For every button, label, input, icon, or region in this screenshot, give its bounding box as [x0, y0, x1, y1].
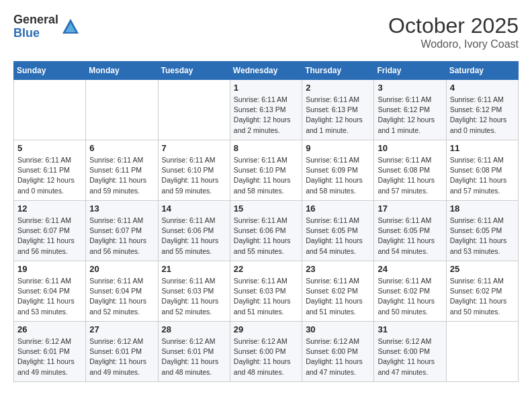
day-number: 29	[234, 324, 298, 334]
day-number: 31	[378, 324, 442, 334]
day-number: 9	[306, 143, 370, 153]
calendar-cell: 28Sunrise: 6:12 AM Sunset: 6:01 PM Dayli…	[158, 322, 230, 382]
day-info: Sunrise: 6:11 AM Sunset: 6:05 PM Dayligh…	[378, 216, 442, 257]
day-number: 3	[378, 83, 442, 93]
day-info: Sunrise: 6:12 AM Sunset: 6:00 PM Dayligh…	[306, 336, 370, 377]
day-info: Sunrise: 6:11 AM Sunset: 6:02 PM Dayligh…	[450, 276, 515, 317]
day-info: Sunrise: 6:11 AM Sunset: 6:13 PM Dayligh…	[234, 95, 298, 136]
calendar-cell: 12Sunrise: 6:11 AM Sunset: 6:07 PM Dayli…	[14, 201, 86, 261]
day-number: 28	[162, 324, 226, 334]
day-info: Sunrise: 6:11 AM Sunset: 6:08 PM Dayligh…	[378, 155, 442, 196]
day-number: 16	[306, 203, 370, 214]
calendar-cell: 23Sunrise: 6:11 AM Sunset: 6:02 PM Dayli…	[302, 261, 374, 322]
calendar-cell: 11Sunrise: 6:11 AM Sunset: 6:08 PM Dayli…	[446, 140, 518, 201]
calendar-subtitle: Wodoro, Ivory Coast	[388, 38, 519, 50]
calendar-cell	[14, 80, 86, 140]
day-info: Sunrise: 6:11 AM Sunset: 6:07 PM Dayligh…	[17, 216, 82, 257]
calendar-cell: 15Sunrise: 6:11 AM Sunset: 6:06 PM Dayli…	[230, 201, 302, 261]
logo-blue: Blue	[13, 27, 58, 40]
calendar-table: Sunday Monday Tuesday Wednesday Thursday…	[13, 61, 519, 382]
day-number: 19	[17, 264, 82, 274]
header-saturday: Saturday	[446, 62, 518, 80]
calendar-cell: 22Sunrise: 6:11 AM Sunset: 6:03 PM Dayli…	[230, 261, 302, 322]
day-info: Sunrise: 6:11 AM Sunset: 6:04 PM Dayligh…	[89, 276, 154, 317]
logo: General Blue	[13, 13, 80, 40]
calendar-cell: 29Sunrise: 6:12 AM Sunset: 6:00 PM Dayli…	[230, 322, 302, 382]
day-number: 1	[234, 83, 298, 93]
day-info: Sunrise: 6:11 AM Sunset: 6:10 PM Dayligh…	[162, 155, 226, 196]
calendar-cell: 2Sunrise: 6:11 AM Sunset: 6:13 PM Daylig…	[302, 80, 374, 140]
calendar-header: Sunday Monday Tuesday Wednesday Thursday…	[14, 62, 519, 80]
calendar-cell: 19Sunrise: 6:11 AM Sunset: 6:04 PM Dayli…	[14, 261, 86, 322]
calendar-cell: 6Sunrise: 6:11 AM Sunset: 6:11 PM Daylig…	[86, 140, 158, 201]
calendar-cell	[158, 80, 230, 140]
day-number: 4	[450, 83, 515, 93]
calendar-cell: 4Sunrise: 6:11 AM Sunset: 6:12 PM Daylig…	[446, 80, 518, 140]
calendar-cell	[86, 80, 158, 140]
calendar-cell: 14Sunrise: 6:11 AM Sunset: 6:06 PM Dayli…	[158, 201, 230, 261]
day-number: 13	[89, 203, 154, 214]
day-number: 8	[234, 143, 298, 153]
calendar-cell: 27Sunrise: 6:12 AM Sunset: 6:01 PM Dayli…	[86, 322, 158, 382]
logo-general: General	[13, 13, 58, 27]
calendar-cell	[446, 322, 518, 382]
week-row-0: 1Sunrise: 6:11 AM Sunset: 6:13 PM Daylig…	[14, 80, 519, 140]
day-number: 6	[89, 143, 154, 153]
calendar-cell: 16Sunrise: 6:11 AM Sunset: 6:05 PM Dayli…	[302, 201, 374, 261]
day-info: Sunrise: 6:11 AM Sunset: 6:09 PM Dayligh…	[306, 155, 370, 196]
calendar-cell: 1Sunrise: 6:11 AM Sunset: 6:13 PM Daylig…	[230, 80, 302, 140]
calendar-body: 1Sunrise: 6:11 AM Sunset: 6:13 PM Daylig…	[14, 80, 519, 382]
calendar-cell: 17Sunrise: 6:11 AM Sunset: 6:05 PM Dayli…	[374, 201, 446, 261]
page-header: General Blue October 2025 Wodoro, Ivory …	[13, 13, 519, 50]
calendar-cell: 26Sunrise: 6:12 AM Sunset: 6:01 PM Dayli…	[14, 322, 86, 382]
day-info: Sunrise: 6:11 AM Sunset: 6:07 PM Dayligh…	[89, 216, 154, 257]
week-row-3: 19Sunrise: 6:11 AM Sunset: 6:04 PM Dayli…	[14, 261, 519, 322]
day-number: 17	[378, 203, 442, 214]
day-info: Sunrise: 6:12 AM Sunset: 6:01 PM Dayligh…	[17, 336, 82, 377]
day-info: Sunrise: 6:11 AM Sunset: 6:11 PM Dayligh…	[17, 155, 82, 196]
calendar-cell: 18Sunrise: 6:11 AM Sunset: 6:05 PM Dayli…	[446, 201, 518, 261]
day-info: Sunrise: 6:11 AM Sunset: 6:06 PM Dayligh…	[234, 216, 298, 257]
header-sunday: Sunday	[14, 62, 86, 80]
day-number: 27	[89, 324, 154, 334]
header-friday: Friday	[374, 62, 446, 80]
day-number: 10	[378, 143, 442, 153]
day-number: 23	[306, 264, 370, 274]
day-number: 25	[450, 264, 515, 274]
calendar-cell: 20Sunrise: 6:11 AM Sunset: 6:04 PM Dayli…	[86, 261, 158, 322]
day-info: Sunrise: 6:12 AM Sunset: 6:00 PM Dayligh…	[378, 336, 442, 377]
day-info: Sunrise: 6:11 AM Sunset: 6:12 PM Dayligh…	[450, 95, 515, 136]
day-info: Sunrise: 6:11 AM Sunset: 6:05 PM Dayligh…	[306, 216, 370, 257]
day-info: Sunrise: 6:11 AM Sunset: 6:05 PM Dayligh…	[450, 216, 515, 257]
calendar-title: October 2025	[388, 13, 519, 38]
day-info: Sunrise: 6:11 AM Sunset: 6:04 PM Dayligh…	[17, 276, 82, 317]
day-number: 18	[450, 203, 515, 214]
day-number: 26	[17, 324, 82, 334]
day-number: 20	[89, 264, 154, 274]
day-info: Sunrise: 6:12 AM Sunset: 6:00 PM Dayligh…	[234, 336, 298, 377]
header-monday: Monday	[86, 62, 158, 80]
week-row-1: 5Sunrise: 6:11 AM Sunset: 6:11 PM Daylig…	[14, 140, 519, 201]
day-info: Sunrise: 6:11 AM Sunset: 6:11 PM Dayligh…	[89, 155, 154, 196]
day-info: Sunrise: 6:11 AM Sunset: 6:03 PM Dayligh…	[162, 276, 226, 317]
day-number: 5	[17, 143, 82, 153]
day-info: Sunrise: 6:11 AM Sunset: 6:02 PM Dayligh…	[378, 276, 442, 317]
calendar-cell: 10Sunrise: 6:11 AM Sunset: 6:08 PM Dayli…	[374, 140, 446, 201]
header-tuesday: Tuesday	[158, 62, 230, 80]
day-info: Sunrise: 6:11 AM Sunset: 6:06 PM Dayligh…	[162, 216, 226, 257]
day-number: 21	[162, 264, 226, 274]
header-wednesday: Wednesday	[230, 62, 302, 80]
day-number: 14	[162, 203, 226, 214]
calendar-cell: 3Sunrise: 6:11 AM Sunset: 6:12 PM Daylig…	[374, 80, 446, 140]
day-number: 7	[162, 143, 226, 153]
header-row: Sunday Monday Tuesday Wednesday Thursday…	[14, 62, 519, 80]
calendar-cell: 9Sunrise: 6:11 AM Sunset: 6:09 PM Daylig…	[302, 140, 374, 201]
calendar-cell: 30Sunrise: 6:12 AM Sunset: 6:00 PM Dayli…	[302, 322, 374, 382]
day-info: Sunrise: 6:11 AM Sunset: 6:10 PM Dayligh…	[234, 155, 298, 196]
day-number: 11	[450, 143, 515, 153]
day-info: Sunrise: 6:12 AM Sunset: 6:01 PM Dayligh…	[162, 336, 226, 377]
day-info: Sunrise: 6:11 AM Sunset: 6:03 PM Dayligh…	[234, 276, 298, 317]
day-number: 2	[306, 83, 370, 93]
calendar-cell: 31Sunrise: 6:12 AM Sunset: 6:00 PM Dayli…	[374, 322, 446, 382]
day-number: 12	[17, 203, 82, 214]
